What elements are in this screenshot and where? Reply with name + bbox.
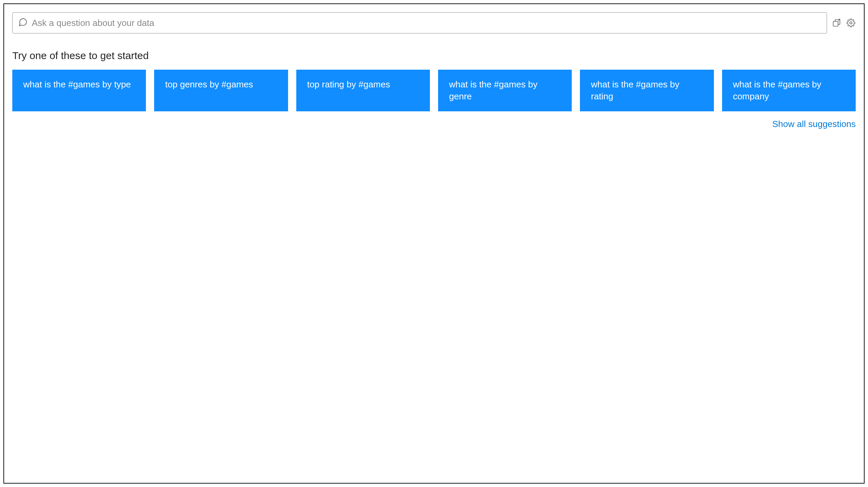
suggestion-card[interactable]: top rating by #games: [296, 70, 430, 111]
suggestion-label: what is the #games by type: [23, 79, 131, 91]
gear-icon[interactable]: [846, 18, 856, 28]
svg-rect-0: [833, 22, 838, 26]
suggestion-card[interactable]: what is the #games by company: [722, 70, 856, 111]
suggestion-label: what is the #games by rating: [591, 79, 703, 102]
svg-point-1: [850, 22, 852, 24]
qna-panel: Try one of these to get started what is …: [3, 3, 865, 484]
suggestion-label: what is the #games by company: [733, 79, 845, 102]
suggestion-card[interactable]: what is the #games by rating: [580, 70, 714, 111]
suggestion-card[interactable]: what is the #games by type: [12, 70, 146, 111]
chat-icon: [18, 17, 32, 28]
suggestion-label: top rating by #games: [307, 79, 390, 91]
suggestions-grid: what is the #games by type top genres by…: [12, 70, 856, 111]
suggestion-label: what is the #games by genre: [449, 79, 561, 102]
search-box[interactable]: [12, 12, 827, 33]
prompt-heading: Try one of these to get started: [12, 50, 856, 61]
search-input[interactable]: [32, 18, 821, 28]
suggestion-card[interactable]: what is the #games by genre: [438, 70, 572, 111]
add-visual-icon[interactable]: [832, 18, 841, 28]
show-all-suggestions-link[interactable]: Show all suggestions: [772, 119, 856, 129]
show-all-row: Show all suggestions: [12, 119, 856, 129]
search-row: [12, 12, 856, 33]
suggestion-card[interactable]: top genres by #games: [154, 70, 288, 111]
suggestion-label: top genres by #games: [165, 79, 253, 91]
